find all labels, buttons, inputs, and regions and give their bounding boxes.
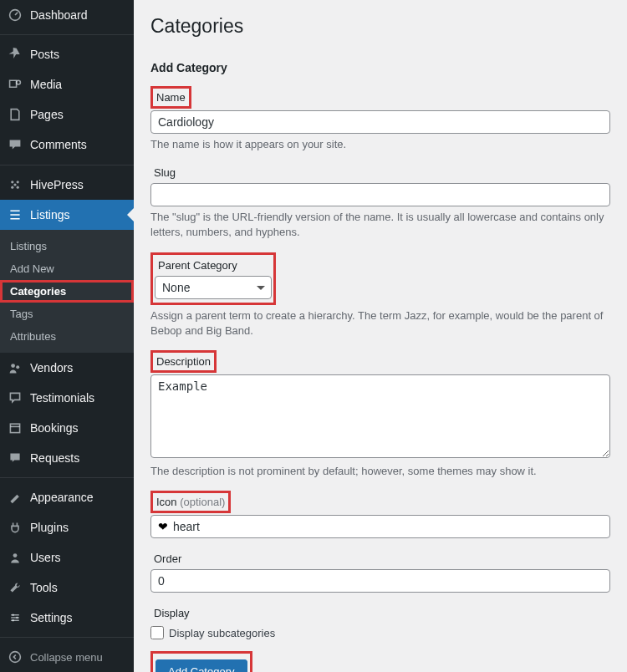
display-checkbox-label: Display subcategories xyxy=(169,627,275,639)
parent-label: Parent Category xyxy=(155,257,272,274)
svg-point-6 xyxy=(13,183,16,186)
separator xyxy=(0,164,134,165)
submenu-item-tags[interactable]: Tags xyxy=(0,303,134,325)
sidebar-item-requests[interactable]: Requests xyxy=(0,443,134,473)
sidebar-item-pages[interactable]: Pages xyxy=(0,99,134,130)
submenu-item-listings[interactable]: Listings xyxy=(0,235,134,257)
pin-icon xyxy=(7,46,23,63)
admin-sidebar: Dashboard Posts Media Pages Comments Hiv… xyxy=(0,0,134,672)
submenu-item-add-new[interactable]: Add New xyxy=(0,257,134,280)
sidebar-item-bookings[interactable]: Bookings xyxy=(0,413,134,443)
tools-icon xyxy=(7,579,23,596)
svg-point-7 xyxy=(11,364,15,368)
sidebar-label: Bookings xyxy=(30,421,79,435)
description-textarea[interactable]: Example xyxy=(150,374,610,458)
sidebar-label: Vendors xyxy=(30,361,73,374)
media-icon xyxy=(7,76,23,93)
bookings-icon xyxy=(7,420,23,436)
testimonials-icon xyxy=(7,389,23,406)
submenu-item-categories[interactable]: Categories xyxy=(0,280,134,303)
parent-select[interactable]: None xyxy=(155,276,272,299)
field-display: Display Display subcategories xyxy=(150,604,610,639)
sidebar-label: Pages xyxy=(30,108,64,121)
main-content: Categories Add Category Name The name is… xyxy=(134,0,627,672)
sidebar-item-media[interactable]: Media xyxy=(0,69,134,99)
add-category-button[interactable]: Add Category xyxy=(155,659,247,672)
field-parent: Parent Category None Assign a parent ter… xyxy=(150,252,610,339)
collapse-icon xyxy=(7,649,23,665)
field-name: Name The name is how it appears on your … xyxy=(150,86,610,152)
slug-input[interactable] xyxy=(150,183,610,206)
sidebar-label: Testimonials xyxy=(30,391,94,405)
name-label: Name xyxy=(150,86,191,109)
sidebar-label: Dashboard xyxy=(30,8,88,22)
description-desc: The description is not prominent by defa… xyxy=(150,464,610,479)
svg-point-11 xyxy=(12,613,13,615)
svg-point-8 xyxy=(16,365,19,369)
separator xyxy=(0,477,134,478)
svg-point-14 xyxy=(10,652,21,663)
svg-point-1 xyxy=(17,80,21,84)
section-title: Add Category xyxy=(150,61,610,74)
sidebar-label: Posts xyxy=(30,48,59,61)
svg-point-3 xyxy=(17,181,19,183)
sidebar-label: Comments xyxy=(30,138,87,151)
sidebar-item-settings[interactable]: Settings xyxy=(0,603,134,633)
parent-desc: Assign a parent term to create a hierarc… xyxy=(150,308,610,339)
requests-icon xyxy=(7,450,23,466)
svg-point-10 xyxy=(13,553,18,557)
sidebar-item-listings[interactable]: Listings xyxy=(0,200,134,230)
page-title: Categories xyxy=(150,15,610,38)
users-icon xyxy=(7,549,23,566)
sidebar-item-users[interactable]: Users xyxy=(0,542,134,573)
sidebar-item-vendors[interactable]: Vendors xyxy=(0,353,134,383)
name-input[interactable] xyxy=(150,110,610,134)
sidebar-item-testimonials[interactable]: Testimonials xyxy=(0,383,134,413)
slug-label: Slug xyxy=(150,164,179,181)
separator xyxy=(0,637,134,638)
sidebar-item-hivepress[interactable]: HivePress xyxy=(0,170,134,200)
svg-point-2 xyxy=(11,181,13,183)
icon-label: Icon (optional) xyxy=(150,491,231,513)
heart-icon: ❤ xyxy=(158,520,168,533)
plugins-icon xyxy=(7,519,23,536)
svg-point-4 xyxy=(11,186,13,188)
sidebar-item-comments[interactable]: Comments xyxy=(0,130,134,160)
name-desc: The name is how it appears on your site. xyxy=(150,137,610,152)
listings-icon xyxy=(7,206,23,223)
icon-value: heart xyxy=(173,520,200,533)
svg-point-13 xyxy=(12,619,13,621)
description-label: Description xyxy=(150,350,217,373)
page-icon xyxy=(7,106,23,123)
sidebar-label: Appearance xyxy=(30,491,94,504)
sidebar-label: HivePress xyxy=(30,178,84,191)
sidebar-label: Users xyxy=(30,551,61,564)
svg-point-5 xyxy=(17,186,19,188)
sidebar-label: Plugins xyxy=(30,521,69,534)
sidebar-item-appearance[interactable]: Appearance xyxy=(0,482,134,512)
sidebar-label: Listings xyxy=(30,208,69,221)
submenu-item-attributes[interactable]: Attributes xyxy=(0,325,134,348)
collapse-label: Collapse menu xyxy=(30,651,103,664)
icon-select[interactable]: ❤ heart xyxy=(150,515,610,538)
listings-submenu: Listings Add New Categories Tags Attribu… xyxy=(0,230,134,353)
separator xyxy=(0,34,134,35)
settings-icon xyxy=(7,609,23,626)
order-label: Order xyxy=(150,550,185,568)
display-subcategories-checkbox[interactable] xyxy=(150,626,164,639)
field-description: Description Example The description is n… xyxy=(150,350,610,479)
svg-point-12 xyxy=(16,617,18,619)
sidebar-label: Media xyxy=(30,78,62,91)
submit-highlight: Add Category xyxy=(150,651,252,672)
order-input[interactable] xyxy=(150,569,610,593)
vendors-icon xyxy=(7,359,23,376)
sidebar-label: Requests xyxy=(30,451,79,465)
sidebar-label: Tools xyxy=(30,581,58,594)
sidebar-item-plugins[interactable]: Plugins xyxy=(0,512,134,542)
sidebar-item-tools[interactable]: Tools xyxy=(0,573,134,603)
sidebar-item-dashboard[interactable]: Dashboard xyxy=(0,0,134,30)
slug-desc: The "slug" is the URL-friendly version o… xyxy=(150,210,610,240)
comment-icon xyxy=(7,136,23,153)
collapse-menu-button[interactable]: Collapse menu xyxy=(0,642,134,672)
sidebar-item-posts[interactable]: Posts xyxy=(0,39,134,69)
